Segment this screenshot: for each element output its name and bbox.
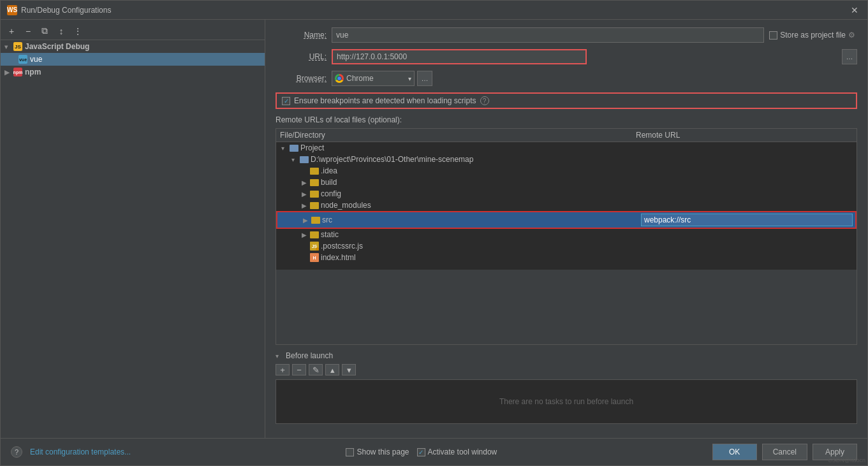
store-checkbox[interactable] [769, 31, 777, 40]
name-input[interactable] [332, 27, 764, 43]
js-debug-icon: JS [13, 42, 22, 51]
js-debug-label: JavaScript Debug [25, 42, 89, 51]
tree-src-name: src [322, 215, 332, 224]
help-button[interactable]: ? [11, 446, 22, 458]
tree-nodemodules-name: node_modules [321, 201, 371, 210]
run-debug-dialog: WS Run/Debug Configurations ✕ + − ⧉ ↕ ⋮ … [0, 0, 868, 466]
chevron-right-icon: ▶ [302, 179, 308, 186]
right-panel: Name: Store as project file ⚙ URL: … [265, 20, 867, 438]
tree-item-project[interactable]: ▾ Project [276, 142, 857, 154]
sort-config-button[interactable]: ⋮ [71, 24, 85, 38]
tree-item-src[interactable]: ▶ src [276, 211, 857, 229]
npm-group-header[interactable]: ▶ npm npm [1, 66, 265, 78]
tree-item-postcss[interactable]: JS .postcssrc.js [276, 240, 857, 252]
tree-item-build[interactable]: ▶ build [276, 177, 857, 188]
chevron-right-icon: ▶ [302, 202, 308, 209]
breakpoints-help-icon[interactable]: ? [480, 96, 489, 105]
url-browse-button[interactable]: … [842, 49, 857, 64]
file-table-header: File/Directory Remote URL [276, 129, 857, 142]
main-content: + − ⧉ ↕ ⋮ ▾ JS JavaScript Debug vue vue [1, 20, 867, 438]
npm-icon: npm [13, 68, 22, 76]
before-launch-up-button[interactable]: ▴ [325, 364, 339, 375]
before-launch-down-button[interactable]: ▾ [342, 364, 356, 375]
folder-icon [311, 217, 320, 224]
folder-icon [310, 179, 319, 186]
tree-static-name: static [321, 230, 339, 239]
url-input[interactable] [332, 49, 587, 64]
edit-templates-link[interactable]: Edit configuration templates... [30, 448, 131, 456]
before-launch-title: Before launch [286, 351, 333, 360]
folder-icon [310, 231, 319, 238]
browser-name: Chrome [346, 74, 374, 83]
chevron-down-icon: ▾ [291, 156, 298, 163]
url-row: URL: … [276, 49, 857, 64]
activate-tool-checkbox[interactable] [417, 448, 425, 456]
js-debug-group-header[interactable]: ▾ JS JavaScript Debug [1, 40, 265, 53]
html-file-icon: H [310, 253, 319, 262]
breakpoints-label: Ensure breakpoints are detected when loa… [294, 96, 476, 105]
title-bar: WS Run/Debug Configurations ✕ [1, 1, 867, 20]
sidebar-item-vue[interactable]: vue vue [1, 53, 265, 66]
sidebar-vue-label: vue [30, 55, 42, 64]
before-launch-remove-button[interactable]: − [292, 364, 306, 375]
tree-item-nodemodules[interactable]: ▶ node_modules [276, 200, 857, 211]
before-launch-section-title[interactable]: ▾ Before launch [276, 351, 857, 360]
before-launch-add-button[interactable]: + [276, 364, 290, 375]
before-launch-empty-message: There are no tasks to run before launch [499, 397, 633, 406]
browser-label: Browser: [276, 74, 327, 83]
chevron-right-icon: ▶ [302, 191, 308, 198]
folder-icon [300, 156, 309, 163]
ok-button[interactable]: OK [712, 444, 757, 460]
remove-config-button[interactable]: − [21, 24, 35, 38]
show-page-checkbox[interactable] [346, 448, 354, 456]
browser-more-button[interactable]: … [417, 71, 432, 86]
tree-item-config[interactable]: ▶ config [276, 188, 857, 200]
ws-icon: WS [7, 5, 17, 15]
browser-select-container: Chrome ▾ … [332, 71, 432, 86]
name-row: Name: Store as project file ⚙ [276, 27, 857, 43]
cancel-button[interactable]: Cancel [762, 444, 807, 460]
browser-dropdown[interactable]: Chrome ▾ [332, 71, 415, 86]
file-col-header: File/Directory [280, 131, 636, 140]
js-file-icon: JS [310, 242, 319, 251]
gear-icon[interactable]: ⚙ [848, 31, 857, 40]
move-config-button[interactable]: ↕ [54, 24, 68, 38]
tree-item-wproject[interactable]: ▾ D:\wproject\Provinces\01-Other\mine-sc… [276, 154, 857, 165]
breakpoints-row: Ensure breakpoints are detected when loa… [276, 92, 857, 109]
tree-idea-name: .idea [321, 166, 337, 175]
name-label: Name: [276, 31, 327, 40]
file-tree-body: ▾ Project ▾ D:\wproject\Provinces\01-Oth… [276, 142, 857, 270]
dropdown-arrow-icon: ▾ [408, 75, 411, 82]
activate-tool-label: Activate tool window [428, 448, 497, 456]
folder-icon [310, 202, 319, 209]
chevron-right-icon: ▶ [302, 231, 308, 238]
sidebar: + − ⧉ ↕ ⋮ ▾ JS JavaScript Debug vue vue [1, 20, 265, 438]
file-table: File/Directory Remote URL ▾ Project [276, 128, 857, 345]
tree-item-indexhtml[interactable]: H index.html [276, 252, 857, 263]
remote-urls-label: Remote URLs of local files (optional): [276, 115, 857, 124]
tree-wproject-name: D:\wproject\Provinces\01-Other\mine-scen… [311, 155, 473, 164]
copy-config-button[interactable]: ⧉ [38, 24, 52, 38]
show-page-wrapper: Show this page [346, 448, 409, 456]
tree-indexhtml-name: index.html [321, 253, 356, 262]
dialog-title: Run/Debug Configurations [21, 6, 111, 15]
npm-group: ▶ npm npm [1, 66, 265, 78]
js-debug-group: ▾ JS JavaScript Debug vue vue [1, 40, 265, 66]
url-col-header: Remote URL [636, 131, 853, 140]
config-toolbar: + − ⧉ ↕ ⋮ [1, 22, 265, 40]
store-row: Store as project file ⚙ [769, 31, 857, 40]
url-label: URL: [276, 52, 327, 61]
folder-icon [310, 168, 319, 175]
vue-js-icon: vue [18, 55, 27, 64]
tree-item-idea[interactable]: ▶ .idea [276, 165, 857, 177]
close-button[interactable]: ✕ [848, 4, 861, 17]
folder-icon [310, 191, 319, 198]
tree-item-static[interactable]: ▶ static [276, 229, 857, 240]
add-config-button[interactable]: + [4, 24, 18, 38]
tree-postcss-name: .postcssrc.js [321, 242, 363, 251]
before-launch-edit-button[interactable]: ✎ [309, 364, 323, 375]
chrome-icon [335, 74, 344, 83]
src-url-input[interactable] [641, 214, 853, 226]
store-label: Store as project file [780, 31, 846, 40]
breakpoints-checkbox[interactable] [282, 97, 290, 105]
